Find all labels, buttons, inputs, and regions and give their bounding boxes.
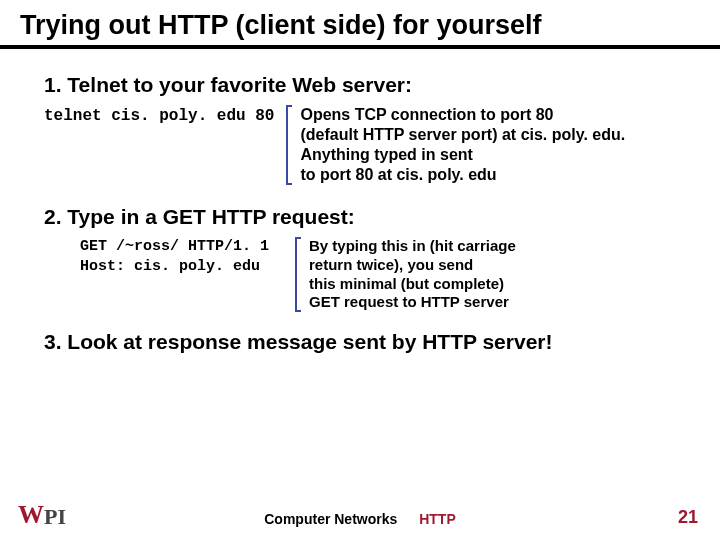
bracket-2 [291, 237, 305, 312]
slide-content: 1. Telnet to your favorite Web server: t… [0, 49, 720, 354]
step-1-description: Opens TCP connection to port 80 (default… [300, 105, 625, 185]
telnet-command: telnet cis. poly. edu 80 [44, 107, 274, 125]
footer-center: Computer Networks HTTP [0, 511, 720, 527]
step-1-heading: 1. Telnet to your favorite Web server: [44, 73, 676, 97]
slide-title: Trying out HTTP (client side) for yourse… [20, 10, 700, 41]
footer-topic: HTTP [419, 511, 456, 527]
get-request-command: GET /~ross/ HTTP/1. 1 Host: cis. poly. e… [80, 237, 269, 278]
step-2-row: GET /~ross/ HTTP/1. 1 Host: cis. poly. e… [80, 237, 676, 312]
bracket-1 [282, 105, 296, 185]
step-2-heading: 2. Type in a GET HTTP request: [44, 205, 676, 229]
footer: W PI Computer Networks HTTP 21 [0, 500, 720, 530]
step-1-row: telnet cis. poly. edu 80 Opens TCP conne… [44, 105, 676, 185]
page-number: 21 [678, 507, 698, 528]
footer-course: Computer Networks [264, 511, 397, 527]
title-bar: Trying out HTTP (client side) for yourse… [0, 0, 720, 49]
step-2-description: By typing this in (hit carriage return t… [309, 237, 516, 312]
step-3-heading: 3. Look at response message sent by HTTP… [44, 330, 676, 354]
